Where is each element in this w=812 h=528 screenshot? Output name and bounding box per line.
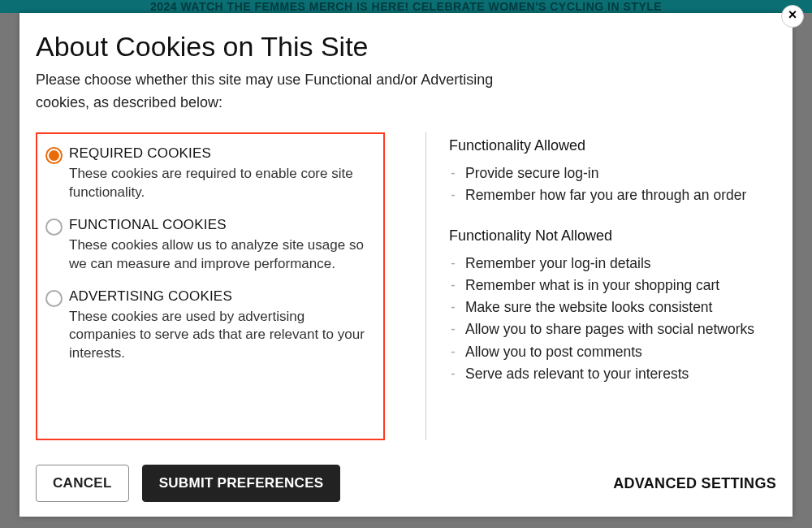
list-item: Remember what is in your shopping cart [449,275,776,296]
list-item: Serve ads relevant to your interests [449,363,776,385]
radio-required[interactable] [45,147,63,164]
list-item: Allow you to share pages with social net… [449,318,776,340]
option-desc: These cookies are used by advertising co… [69,308,374,364]
option-desc: These cookies are required to enable cor… [69,165,374,202]
modal-footer: CANCEL SUBMIT PREFERENCES ADVANCED SETTI… [36,465,776,502]
cancel-button[interactable]: CANCEL [36,465,129,502]
vertical-divider [425,132,426,440]
radio-advertising[interactable] [45,290,63,307]
functionality-panel: Functionality Allowed Provide secure log… [449,132,776,440]
option-title: FUNCTIONAL COOKIES [69,217,374,233]
list-item: Remember your log-in details [449,253,776,275]
option-required-cookies[interactable]: REQUIRED COOKIES These cookies are requi… [45,145,374,202]
list-item: Allow you to post comments [449,341,776,363]
option-functional-cookies[interactable]: FUNCTIONAL COOKIES These cookies allow u… [45,217,374,274]
cookie-modal: × About Cookies on This Site Please choo… [19,13,793,517]
close-icon[interactable]: × [781,5,804,28]
option-desc: These cookies allow us to analyze site u… [69,236,374,274]
not-allowed-heading: Functionality Not Allowed [449,227,776,245]
allowed-heading: Functionality Allowed [449,137,776,154]
cookie-options-panel: REQUIRED COOKIES These cookies are requi… [36,132,385,440]
promo-banner: 2024 WATCH THE FEMMES MERCH IS HERE! CEL… [0,0,812,13]
advanced-settings-link[interactable]: ADVANCED SETTINGS [613,475,776,492]
allowed-list: Provide secure log-in Remember how far y… [449,162,776,206]
option-title: REQUIRED COOKIES [69,145,374,162]
list-item: Provide secure log-in [449,162,776,184]
modal-intro: Please choose whether this site may use … [36,69,539,115]
radio-functional[interactable] [45,219,63,236]
submit-preferences-button[interactable]: SUBMIT PREFERENCES [142,465,341,502]
list-item: Make sure the website looks consistent [449,296,776,318]
modal-title: About Cookies on This Site [36,31,776,63]
option-advertising-cookies[interactable]: ADVERTISING COOKIES These cookies are us… [45,288,374,364]
not-allowed-list: Remember your log-in details Remember wh… [449,253,776,385]
list-item: Remember how far you are through an orde… [449,184,776,206]
option-title: ADVERTISING COOKIES [69,288,374,305]
